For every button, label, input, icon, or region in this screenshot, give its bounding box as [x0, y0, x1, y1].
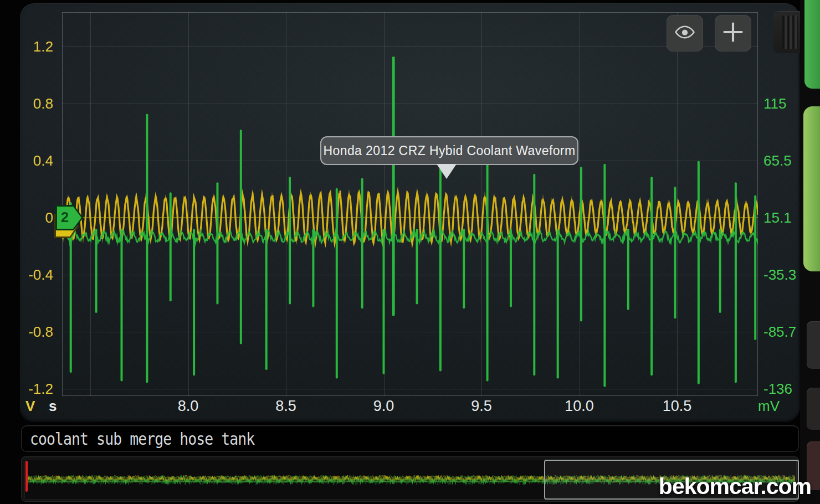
- visibility-button[interactable]: [667, 15, 703, 52]
- x-axis-tick-label: 10.5: [652, 398, 702, 414]
- right-axis-tick-label: 65.5: [763, 153, 802, 168]
- right-axis-tick-label: -35.3: [763, 268, 802, 282]
- x-axis-tick-label: 8.5: [261, 398, 311, 414]
- grip-icon: [782, 16, 798, 49]
- waveform-plot[interactable]: [62, 12, 758, 396]
- left-axis-unit: V: [25, 398, 35, 414]
- x-axis-tick-label: 9.0: [359, 398, 409, 414]
- eye-icon: [673, 20, 697, 47]
- sidebar-green-strip-top[interactable]: [804, 0, 820, 89]
- left-axis-tick-label: 0: [22, 210, 53, 225]
- x-axis-tick-label: 10.0: [555, 398, 604, 414]
- right-axis-tick-label: 15.1: [763, 210, 802, 225]
- x-axis-tick-label: 8.0: [163, 398, 213, 414]
- left-axis-tick-label: -1.2: [22, 382, 53, 396]
- left-axis-tick-label: 1.2: [22, 39, 53, 54]
- waveform-note-bar[interactable]: coolant sub merge hose tank: [21, 425, 799, 452]
- left-axis-tick-label: 0.4: [22, 153, 53, 168]
- waveform-title-tooltip: Honda 2012 CRZ Hybid Coolant Waveform: [320, 136, 578, 165]
- right-axis-tick-label: -136: [763, 382, 802, 396]
- right-axis-unit: mV: [758, 398, 780, 414]
- watermark-text: bekomcar.com: [659, 474, 811, 500]
- sidebar-button-2[interactable]: [807, 388, 820, 430]
- add-channel-button[interactable]: [715, 15, 751, 52]
- sidebar-button-1[interactable]: [807, 321, 820, 369]
- channel-2-marker[interactable]: 2: [55, 205, 83, 230]
- scope-app-window: 1.20.80.40-0.4-0.8-1.2 11565.515.1-35.3-…: [0, 0, 820, 504]
- right-axis-tick-label: -85.7: [763, 325, 802, 339]
- scope-panel: 1.20.80.40-0.4-0.8-1.2 11565.515.1-35.3-…: [20, 3, 800, 422]
- left-axis-tick-label: 0.8: [22, 96, 53, 111]
- tooltip-pointer-icon: [437, 164, 457, 179]
- waveform-note-text: coolant sub merge hose tank: [30, 429, 254, 449]
- tooltip-text: Honda 2012 CRZ Hybid Coolant Waveform: [324, 143, 576, 158]
- sidebar-green-strip-middle[interactable]: [803, 106, 820, 271]
- channel-2-marker-label: 2: [55, 205, 74, 230]
- x-axis-tick-label: 9.5: [457, 398, 506, 414]
- left-axis-tick-label: -0.4: [22, 268, 53, 282]
- left-axis-tick-label: -0.8: [22, 325, 53, 339]
- x-axis-unit: s: [49, 398, 57, 414]
- plus-icon: [720, 19, 746, 48]
- right-axis-tick-label: 115: [763, 96, 802, 111]
- drawer-handle[interactable]: [773, 11, 800, 53]
- overview-cursor[interactable]: [25, 461, 28, 492]
